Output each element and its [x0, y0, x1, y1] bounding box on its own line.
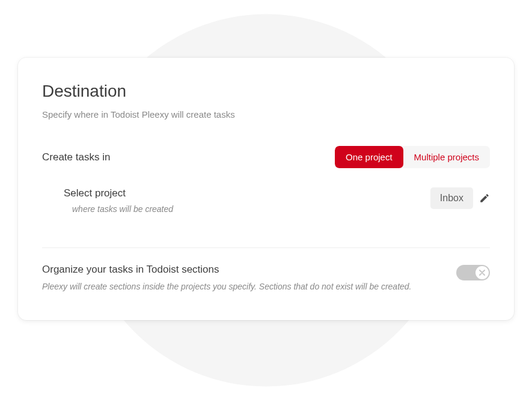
page-subtitle: Specify where in Todoist Pleexy will cre… [42, 109, 490, 120]
select-project-block: Select project where tasks will be creat… [42, 187, 490, 214]
select-project-row: Select project where tasks will be creat… [64, 187, 490, 214]
create-tasks-label: Create tasks in [42, 151, 110, 163]
edit-icon[interactable] [479, 193, 490, 204]
divider [42, 247, 490, 248]
organize-description: Pleexy will create sections inside the p… [42, 282, 456, 291]
organize-left: Organize your tasks in Todoist sections … [42, 264, 456, 291]
organize-row: Organize your tasks in Todoist sections … [42, 264, 490, 291]
multiple-projects-button[interactable]: Multiple projects [403, 146, 490, 168]
close-icon [479, 270, 485, 276]
select-project-left: Select project where tasks will be creat… [64, 187, 173, 214]
selected-project-chip[interactable]: Inbox [430, 187, 473, 209]
page-title: Destination [42, 82, 490, 101]
organize-title: Organize your tasks in Todoist sections [42, 264, 456, 276]
project-mode-segmented: One project Multiple projects [335, 146, 490, 168]
create-tasks-row: Create tasks in One project Multiple pro… [42, 146, 490, 168]
select-project-description: where tasks will be created [64, 204, 173, 214]
organize-toggle[interactable] [456, 265, 490, 280]
select-project-label: Select project [64, 187, 173, 199]
destination-card: Destination Specify where in Todoist Ple… [18, 58, 514, 320]
toggle-knob [475, 266, 489, 279]
select-project-right: Inbox [430, 187, 490, 209]
one-project-button[interactable]: One project [335, 146, 403, 168]
